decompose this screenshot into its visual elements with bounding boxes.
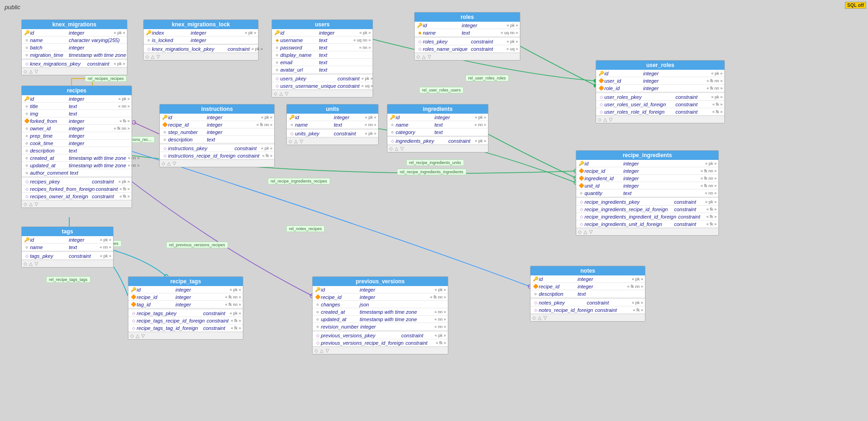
diamond-icon: ◇ — [130, 311, 137, 316]
table-row: ◇ previous_versions_pkey constraint « pk… — [313, 332, 448, 339]
diamond-icon: ◇ — [24, 194, 30, 199]
table-row: 🔶 recipe_id integer « fk nn » — [313, 293, 448, 301]
table-row: ○ changes json — [313, 301, 448, 308]
table-row: ○ avatar_url text — [272, 66, 373, 73]
diamond-icon: ◇ — [130, 318, 137, 323]
diamond-icon: ◇ — [162, 153, 168, 158]
table-row: ◇ notes_recipe_id_foreign constraint « f… — [530, 306, 645, 314]
circle-icon: ○ — [24, 126, 30, 131]
table-header-recipes: recipes — [22, 86, 132, 95]
circle-icon: ○ — [24, 156, 30, 160]
circle-icon: ○ — [24, 148, 30, 153]
diamond-icon: ◇ — [274, 84, 280, 88]
fk-icon: 🔶 — [578, 176, 585, 181]
pk-icon: 🔑 — [130, 287, 137, 292]
diamond-icon: ◇ — [598, 95, 604, 99]
table-row: ○ display_name text — [272, 51, 373, 59]
table-header-knex-migrations: knex_migrations — [22, 20, 127, 29]
table-header-recipe-ingredients: recipe_ingredients — [576, 151, 718, 160]
table-row: ◇ roles_name_unique constraint « uq » — [415, 45, 520, 53]
table-footer: ◇△▽ — [144, 53, 258, 60]
table-row: ◇ knex_migrations_pkey constraint « pk » — [22, 60, 127, 67]
table-recipe-ingredients: recipe_ingredients 🔑 id integer « pk » 🔶… — [576, 150, 719, 236]
table-row: ◇ recipes_forked_from_foreign constraint… — [22, 185, 132, 193]
circle-icon: ○ — [24, 111, 30, 116]
fk-icon: 🔶 — [578, 168, 585, 173]
circle-icon: ○ — [24, 53, 30, 57]
circle-icon: ○ — [24, 45, 30, 50]
table-row: ◇ notes_pkey constraint « pk » — [530, 299, 645, 306]
sql-badge[interactable]: SQL off — [845, 2, 866, 9]
rel-label-recipe-tags-tags: rel_recipe_tags_tags — [46, 276, 90, 283]
circle-icon: ○ — [578, 191, 585, 195]
table-row: 🔶 forked_from integer « fk » — [22, 117, 132, 125]
connections-svg — [0, 0, 868, 421]
table-footer: ◇△▽ — [22, 67, 127, 75]
pk-icon: 🔑 — [598, 71, 604, 76]
table-row: ○ description text — [22, 147, 132, 154]
table-row: ◇ recipe_tags_tag_id_foreign constraint … — [128, 324, 243, 332]
table-row: 🔑 id integer « pk » — [272, 29, 373, 37]
diamond-icon: ◇ — [314, 333, 321, 338]
circle-icon: ○ — [274, 60, 280, 65]
table-row: 🔶 user_id integer « fk nn » — [596, 77, 724, 85]
table-row: ○ title text « nn » — [22, 103, 132, 110]
table-row: ○ description text — [160, 136, 274, 143]
table-row: ◇ tags_pkey constraint « pk » — [22, 252, 113, 260]
diamond-icon: ◇ — [578, 200, 585, 204]
table-row: ◇ recipe_ingredients_pkey constraint « p… — [576, 198, 718, 206]
table-row: ○ name text « nn » — [287, 121, 378, 128]
table-row: ○ created_at timestamp with time zone « … — [313, 308, 448, 316]
table-units: units 🔑 id integer « pk » ○ name text « … — [286, 104, 379, 145]
table-row: 🔶 recipe_id integer « fk nn » — [530, 283, 645, 290]
table-recipe-tags: recipe_tags 🔑 id integer « pk » 🔶 recipe… — [128, 276, 243, 340]
table-header-recipe-tags: recipe_tags — [128, 277, 243, 286]
table-row: ○ owner_id integer « fk nn » — [22, 125, 132, 132]
table-row: ◇ recipe_ingredients_ingredient_id_forei… — [576, 213, 718, 220]
diamond-icon: ◇ — [389, 139, 396, 143]
table-footer: ◇△▽ — [272, 90, 373, 97]
circle-icon: ○ — [24, 141, 30, 146]
table-row: 🔑 id integer « pk » — [22, 236, 113, 244]
table-header-previous-versions: previous_versions — [313, 277, 448, 286]
table-row: ◆ name text « uq nn » — [415, 29, 520, 37]
table-row: ○ is_locked integer — [144, 37, 258, 44]
uq-icon: ◆ — [416, 31, 423, 35]
pk-icon: 🔑 — [389, 115, 396, 120]
table-header-users: users — [272, 20, 373, 29]
table-row: ○ created_at timestamp with time zone « … — [22, 154, 132, 162]
table-row: ◇ recipe_ingredients_recipe_id_foreign c… — [576, 206, 718, 213]
diamond-icon: ◇ — [532, 300, 539, 305]
diamond-icon: ◇ — [598, 102, 604, 107]
table-row: ○ updated_at timestamp with time zone « … — [22, 162, 132, 169]
table-footer: ◇△▽ — [387, 145, 488, 152]
table-row: 🔶 recipe_id integer « fk nn » — [160, 121, 274, 128]
table-row: 🔶 recipe_id integer « fk nn » — [576, 167, 718, 175]
rel-label-recipe-ingredients-recipes: rel_recipe_ingredients_recipes — [268, 178, 330, 184]
table-header-units: units — [287, 104, 378, 114]
table-tags: tags 🔑 id integer « pk » ○ name text « n… — [21, 226, 114, 268]
table-header-notes: notes — [530, 266, 645, 275]
table-row: ◇ previous_versions_recipe_id_foreign co… — [313, 339, 448, 347]
table-row: ○ cook_time integer — [22, 140, 132, 147]
table-row: ◇ recipes_pkey constraint « pk » — [22, 178, 132, 185]
pk-icon: 🔑 — [274, 30, 280, 35]
table-row: ◇ recipe_tags_pkey constraint « pk » — [128, 310, 243, 317]
fk-icon: 🔶 — [130, 294, 137, 299]
schema-label: public — [5, 4, 20, 11]
table-row: ◇ roles_pkey constraint « pk » — [415, 38, 520, 45]
table-row: ◇ knex_migrations_lock_pkey constraint «… — [144, 45, 258, 53]
table-row: 🔑 id integer « pk » — [22, 29, 127, 37]
circle-icon: ○ — [24, 134, 30, 138]
table-row: 🔑 id integer « pk » — [160, 114, 274, 121]
diamond-icon: ◇ — [162, 146, 168, 151]
pk-icon: 🔑 — [416, 23, 423, 28]
table-row: 🔶 recipe_id integer « fk nn » — [128, 293, 243, 301]
table-row: ○ password text « nn » — [272, 44, 373, 51]
table-row: ◇ ingredients_pkey constraint « pk » — [387, 137, 488, 145]
circle-icon: ○ — [314, 302, 321, 307]
table-row: 🔶 tag_id integer « fk nn » — [128, 301, 243, 308]
pk-icon: 🔑 — [314, 287, 321, 292]
diamond-icon: ◇ — [314, 341, 321, 345]
fk-icon: 🔶 — [314, 294, 321, 299]
